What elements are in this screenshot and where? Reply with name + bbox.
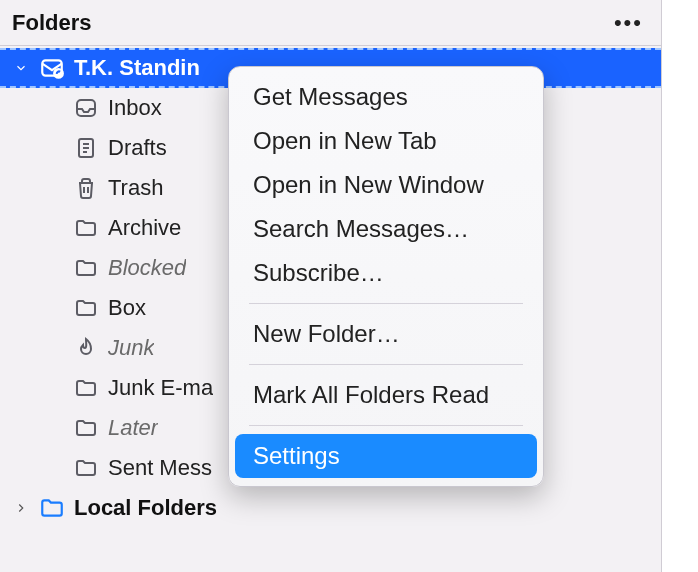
menu-separator	[249, 425, 523, 426]
panel-title: Folders	[12, 10, 91, 36]
local-folder-icon	[38, 494, 66, 522]
menu-item[interactable]: Subscribe…	[235, 251, 537, 295]
trash-icon	[72, 174, 100, 202]
folder-icon	[72, 414, 100, 442]
menu-separator	[249, 364, 523, 365]
folder-label: Drafts	[108, 135, 167, 161]
folder-label: Archive	[108, 215, 181, 241]
menu-item[interactable]: New Folder…	[235, 312, 537, 356]
folder-icon	[72, 374, 100, 402]
folder-label: Junk	[108, 335, 154, 361]
menu-separator	[249, 303, 523, 304]
chevron-down-icon[interactable]	[12, 61, 30, 75]
menu-item[interactable]: Search Messages…	[235, 207, 537, 251]
junk-icon	[72, 334, 100, 362]
inbox-icon	[72, 94, 100, 122]
local-folders-row[interactable]: Local Folders	[0, 488, 661, 528]
folder-icon	[72, 214, 100, 242]
mail-account-icon	[38, 54, 66, 82]
local-folders-label: Local Folders	[74, 495, 217, 521]
folder-label: Blocked	[108, 255, 186, 281]
svg-point-1	[54, 69, 63, 78]
chevron-right-icon[interactable]	[12, 501, 30, 515]
drafts-icon	[72, 134, 100, 162]
folder-icon	[72, 254, 100, 282]
folder-icon	[72, 454, 100, 482]
folder-label: Later	[108, 415, 158, 441]
menu-item[interactable]: Mark All Folders Read	[235, 373, 537, 417]
folder-label: Sent Mess	[108, 455, 212, 481]
account-context-menu: Get MessagesOpen in New TabOpen in New W…	[228, 66, 544, 487]
content-pane	[662, 0, 698, 572]
folder-icon	[72, 294, 100, 322]
folder-label: Inbox	[108, 95, 162, 121]
folder-label: Box	[108, 295, 146, 321]
menu-item[interactable]: Get Messages	[235, 75, 537, 119]
menu-item[interactable]: Settings	[235, 434, 537, 478]
kebab-menu-icon[interactable]: •••	[608, 6, 649, 40]
menu-item[interactable]: Open in New Tab	[235, 119, 537, 163]
menu-item[interactable]: Open in New Window	[235, 163, 537, 207]
folder-label: Trash	[108, 175, 163, 201]
folder-label: Junk E-ma	[108, 375, 213, 401]
